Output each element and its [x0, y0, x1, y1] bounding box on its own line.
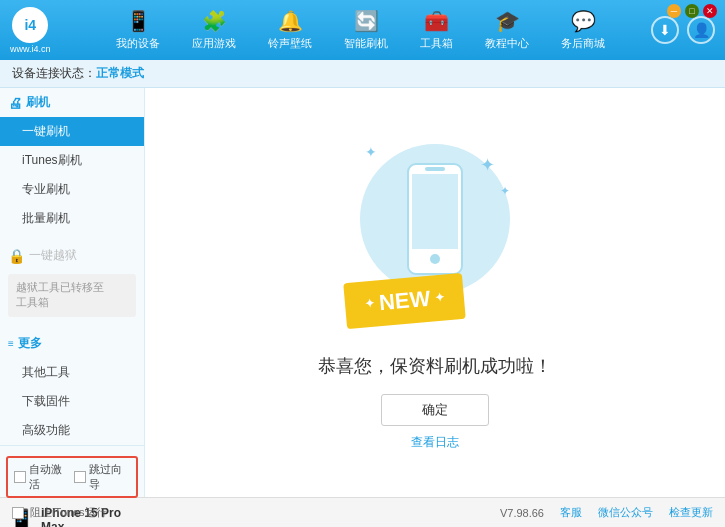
- svg-rect-3: [425, 167, 445, 171]
- toolbox-icon: 🧰: [424, 9, 449, 33]
- ringtones-icon: 🔔: [278, 9, 303, 33]
- sparkle-3: ✦: [365, 144, 377, 160]
- sidebar-item-batch-flash[interactable]: 批量刷机: [0, 204, 144, 233]
- time-guide-checkbox[interactable]: 跳过向导: [74, 462, 130, 492]
- tutorial-icon: 🎓: [495, 9, 520, 33]
- view-log-link[interactable]: 查看日志: [411, 434, 459, 451]
- subheader-mode: 正常模式: [96, 65, 144, 82]
- success-text: 恭喜您，保资料刷机成功啦！: [318, 354, 552, 378]
- sidebar-item-pro-flash[interactable]: 专业刷机: [0, 175, 144, 204]
- confirm-button[interactable]: 确定: [381, 394, 489, 426]
- nav-service[interactable]: 💬 务后商城: [545, 3, 621, 57]
- sparkle-1: ✦: [480, 154, 495, 176]
- sidebar-section-more: ≡ 更多: [0, 329, 144, 358]
- header-right: ⬇ 👤: [651, 16, 715, 44]
- sidebar-item-one-key-flash[interactable]: 一键刷机: [0, 117, 144, 146]
- wechat-public-link[interactable]: 微信公众号: [598, 505, 653, 520]
- sidebar-notice: 越狱工具已转移至工具箱: [8, 274, 136, 317]
- stop-itunes-label: 阻止iTunes运行: [30, 505, 107, 520]
- nav-smart-flash-label: 智能刷机: [344, 36, 388, 51]
- sidebar-disabled-jailbreak: 🔒 一键越狱: [0, 241, 144, 270]
- logo-circle: i4: [12, 7, 48, 43]
- auto-activate-checkbox-box[interactable]: [14, 471, 26, 483]
- version-label: V7.98.66: [500, 507, 544, 519]
- app-games-icon: 🧩: [202, 9, 227, 33]
- content-area: ✦ ✦ ✦ ✦ NEW ✦ 恭喜您，保资料刷机成功啦！ 确定 查看日志: [145, 88, 725, 497]
- main-layout: 🖨 刷机 一键刷机 iTunes刷机 专业刷机 批量刷机 🔒 一键越狱: [0, 88, 725, 497]
- sidebar: 🖨 刷机 一键刷机 iTunes刷机 专业刷机 批量刷机 🔒 一键越狱: [0, 88, 145, 497]
- auto-activate-label: 自动激活: [29, 462, 70, 492]
- sidebar-item-advanced[interactable]: 高级功能: [0, 416, 144, 445]
- sparkle-2: ✦: [500, 184, 510, 198]
- minimize-button[interactable]: ─: [667, 4, 681, 18]
- nav-toolbox-label: 工具箱: [420, 36, 453, 51]
- logo: i4 www.i4.cn: [10, 7, 51, 54]
- maximize-button[interactable]: □: [685, 4, 699, 18]
- flash-section-icon: 🖨: [8, 95, 22, 111]
- customer-service-link[interactable]: 客服: [560, 505, 582, 520]
- time-guide-label: 跳过向导: [89, 462, 130, 492]
- smart-flash-icon: 🔄: [354, 9, 379, 33]
- sidebar-section-flash: 🖨 刷机: [0, 88, 144, 117]
- device-checkboxes: 自动激活 跳过向导: [6, 456, 138, 498]
- nav-my-device[interactable]: 📱 我的设备: [100, 3, 176, 57]
- footer-left: 阻止iTunes运行: [12, 505, 107, 520]
- lock-icon: 🔒: [8, 248, 25, 264]
- success-image: ✦ ✦ ✦ ✦ NEW ✦: [355, 134, 515, 334]
- nav-tutorial[interactable]: 🎓 教程中心: [469, 3, 545, 57]
- nav-toolbox[interactable]: 🧰 工具箱: [404, 3, 469, 57]
- nav-smart-flash[interactable]: 🔄 智能刷机: [328, 3, 404, 57]
- auto-activate-checkbox[interactable]: 自动激活: [14, 462, 70, 492]
- logo-text: www.i4.cn: [10, 44, 51, 54]
- subheader: 设备连接状态： 正常模式: [0, 60, 725, 88]
- sidebar-item-other-tools[interactable]: 其他工具: [0, 358, 144, 387]
- more-section-icon: ≡: [8, 338, 14, 349]
- nav-my-device-label: 我的设备: [116, 36, 160, 51]
- header: i4 www.i4.cn 📱 我的设备 🧩 应用游戏 🔔 铃声壁纸 🔄 智能刷机: [0, 0, 725, 60]
- svg-point-2: [430, 254, 440, 264]
- sidebar-item-download-firmware[interactable]: 下载固件: [0, 387, 144, 416]
- my-device-icon: 📱: [126, 9, 151, 33]
- footer-right: V7.98.66 客服 微信公众号 检查更新: [500, 505, 713, 520]
- nav-ringtones[interactable]: 🔔 铃声壁纸: [252, 3, 328, 57]
- window-controls: ─ □ ✕: [667, 4, 717, 18]
- main-nav: 📱 我的设备 🧩 应用游戏 🔔 铃声壁纸 🔄 智能刷机 🧰 工具箱 🎓: [71, 3, 651, 57]
- user-button[interactable]: 👤: [687, 16, 715, 44]
- download-button[interactable]: ⬇: [651, 16, 679, 44]
- subheader-label: 设备连接状态：: [12, 65, 96, 82]
- phone-illustration: [400, 159, 470, 279]
- time-guide-checkbox-box[interactable]: [74, 471, 86, 483]
- close-button[interactable]: ✕: [703, 4, 717, 18]
- nav-tutorial-label: 教程中心: [485, 36, 529, 51]
- nav-app-games-label: 应用游戏: [192, 36, 236, 51]
- sidebar-item-itunes-flash[interactable]: iTunes刷机: [0, 146, 144, 175]
- new-badge: ✦ NEW ✦: [343, 273, 466, 329]
- service-icon: 💬: [571, 9, 596, 33]
- nav-app-games[interactable]: 🧩 应用游戏: [176, 3, 252, 57]
- logo-symbol: i4: [24, 17, 36, 33]
- stop-itunes-checkbox[interactable]: [12, 507, 24, 519]
- svg-rect-1: [412, 174, 458, 249]
- check-update-link[interactable]: 检查更新: [669, 505, 713, 520]
- nav-ringtones-label: 铃声壁纸: [268, 36, 312, 51]
- flash-section-label: 刷机: [26, 94, 50, 111]
- nav-service-label: 务后商城: [561, 36, 605, 51]
